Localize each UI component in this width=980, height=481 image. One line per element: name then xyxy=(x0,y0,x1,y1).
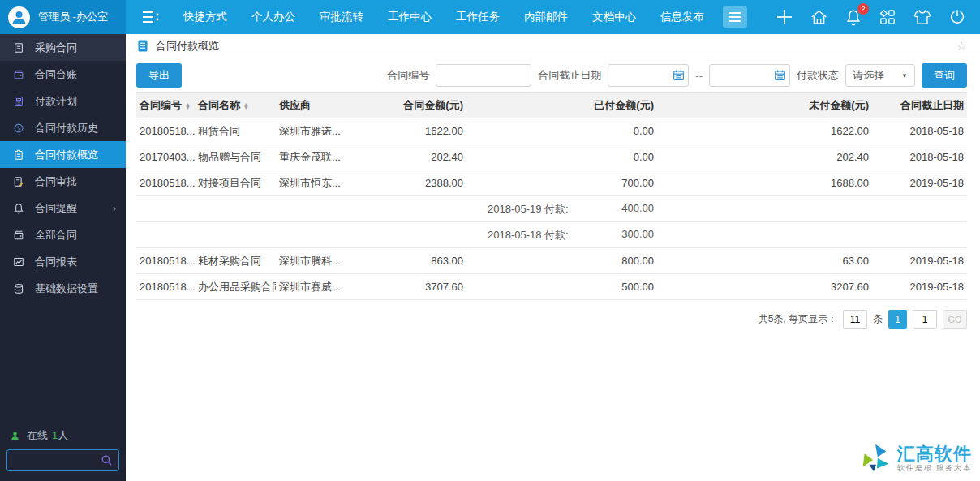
apps-grid-icon[interactable] xyxy=(879,9,896,25)
sidebar-item-payment-history[interactable]: 合同付款历史 xyxy=(0,114,126,141)
payment-detail-row: 2018-05-18 付款:300.00 xyxy=(136,222,967,248)
payment-status-label: 付款状态 xyxy=(797,68,839,83)
sidebar-item-label: 合同提醒 xyxy=(35,201,77,216)
favorite-star-icon[interactable]: ☆ xyxy=(956,39,967,54)
nav-item-personal-office[interactable]: 个人办公 xyxy=(239,0,307,34)
col-header-deadline[interactable]: 合同截止日期 xyxy=(872,93,967,118)
online-status: 在线 1人 xyxy=(6,428,119,449)
calculator-icon xyxy=(12,96,25,107)
goto-page-input[interactable] xyxy=(913,310,937,329)
sidebar: 采购合同 合同台账 付款计划 合同付款历史 合同付款概览 xyxy=(0,34,126,481)
col-header-supplier[interactable]: 供应商 xyxy=(276,93,393,118)
module-menu-button[interactable] xyxy=(723,6,747,28)
online-unit: 人 xyxy=(58,429,68,441)
sidebar-item-all-contracts[interactable]: 全部合同 xyxy=(0,221,126,248)
sidebar-item-base-data-settings[interactable]: 基础数据设置 xyxy=(0,275,126,302)
col-header-unpaid[interactable]: 未付金额(元) xyxy=(657,93,872,118)
notification-badge: 2 xyxy=(858,3,869,15)
col-header-paid[interactable]: 已付金额(元) xyxy=(466,93,657,118)
add-icon[interactable] xyxy=(776,9,793,25)
paid-amount-link[interactable]: 800.00 xyxy=(466,248,657,274)
user-block[interactable]: 管理员 -办公室 xyxy=(0,0,126,34)
vendor-slogan: 软件是根 服务为本 xyxy=(897,463,972,474)
unpaid-amount-link[interactable]: 1688.00 xyxy=(657,170,872,196)
user-avatar-icon xyxy=(8,6,30,28)
sidebar-item-label: 基础数据设置 xyxy=(35,281,98,296)
theme-shirt-icon[interactable] xyxy=(913,9,931,25)
chevron-right-icon: › xyxy=(113,203,116,214)
search-icon[interactable] xyxy=(101,454,113,466)
payment-amount: 300.00 xyxy=(621,228,654,243)
paid-amount-link[interactable]: 500.00 xyxy=(466,274,657,300)
database-icon xyxy=(12,283,25,294)
payment-date-label: 2018-05-18 付款: xyxy=(488,228,569,243)
sort-icon: ▲▼ xyxy=(243,103,249,110)
nav-item-shortcuts[interactable]: 快捷方式 xyxy=(171,0,239,34)
sidebar-item-label: 采购合同 xyxy=(35,41,77,55)
sidebar-search-input[interactable] xyxy=(13,455,101,466)
col-header-contract-name[interactable]: 合同名称▲▼ xyxy=(195,93,276,118)
table-row: 20180518... 耗材采购合同 深圳市腾科... 863.00 800.0… xyxy=(136,248,967,274)
nav-item-work-tasks[interactable]: 工作任务 xyxy=(444,0,512,34)
payment-status-select[interactable]: 请选择 ▼ xyxy=(845,64,915,87)
caret-down-icon: ▼ xyxy=(901,72,908,79)
payment-detail-row: 2018-05-19 付款:400.00 xyxy=(136,196,967,222)
paid-amount-link[interactable]: 700.00 xyxy=(466,170,657,196)
notification-bell-icon[interactable]: 2 xyxy=(845,9,862,26)
nav-item-document-center[interactable]: 文档中心 xyxy=(580,0,648,34)
sidebar-search-box xyxy=(6,449,119,471)
table-row: 20170403... 物品赠与合同 重庆金茂联... 202.40 0.00 … xyxy=(136,144,967,170)
sidebar-item-contract-ledger[interactable]: 合同台账 xyxy=(0,61,126,88)
nav-item-info-publish[interactable]: 信息发布 xyxy=(648,0,716,34)
table-row: 20180518... 办公用品采购合同 深圳市赛威... 3707.60 50… xyxy=(136,274,967,300)
payment-date-label: 2018-05-19 付款: xyxy=(488,202,569,217)
sidebar-item-payment-overview[interactable]: 合同付款概览 xyxy=(0,141,126,168)
sort-icon: ▲▼ xyxy=(185,103,191,110)
date-range-separator: -- xyxy=(695,70,703,82)
pagination: 共5条, 每页显示： 条 1 GO xyxy=(126,300,980,329)
export-button[interactable]: 导出 xyxy=(136,63,182,88)
go-button[interactable]: GO xyxy=(943,310,967,329)
online-label: 在线 xyxy=(27,428,48,443)
logout-power-icon[interactable] xyxy=(949,9,965,25)
sidebar-item-contract-reminder[interactable]: 合同提醒 › xyxy=(0,195,126,221)
vendor-logo: 汇高软件 软件是根 服务为本 xyxy=(857,440,972,478)
contract-no-label: 合同编号 xyxy=(387,68,429,83)
page-size-input[interactable] xyxy=(843,310,867,329)
top-nav: 快捷方式 个人办公 审批流转 工作中心 工作任务 内部邮件 文档中心 信息发布 xyxy=(171,0,716,34)
calendar-icon[interactable] xyxy=(774,69,786,81)
home-icon[interactable] xyxy=(810,9,827,25)
sidebar-item-payment-plan[interactable]: 付款计划 xyxy=(0,88,126,114)
sidebar-item-contract-approval[interactable]: 合同审批 xyxy=(0,168,126,195)
main-content: 合同付款概览 ☆ 导出 合同编号 合同截止日期 -- 付款状态 xyxy=(126,34,980,481)
sidebar-item-contract-reports[interactable]: 合同报表 xyxy=(0,248,126,275)
col-header-contract-no[interactable]: 合同编号▲▼ xyxy=(136,93,195,118)
nav-item-approval-flow[interactable]: 审批流转 xyxy=(307,0,376,34)
current-page-button[interactable]: 1 xyxy=(888,310,907,329)
pagination-summary: 共5条, 每页显示： xyxy=(759,312,837,326)
wallet-icon xyxy=(12,69,25,80)
bell-icon xyxy=(12,203,25,214)
table-row: 20180518... 对接项目合同 深圳市恒东... 2388.00 700.… xyxy=(136,170,967,196)
sidebar-item-label: 合同台账 xyxy=(35,67,77,82)
search-button[interactable]: 查询 xyxy=(922,63,967,88)
unpaid-amount-link[interactable]: 3207.60 xyxy=(657,274,872,300)
clipboard-icon xyxy=(12,149,25,161)
calendar-icon[interactable] xyxy=(673,69,685,81)
deadline-start-wrap xyxy=(608,64,689,87)
sidebar-item-label: 合同付款概览 xyxy=(35,148,98,162)
nav-item-work-center[interactable]: 工作中心 xyxy=(376,0,444,34)
nav-item-internal-mail[interactable]: 内部邮件 xyxy=(512,0,580,34)
page-doc-icon xyxy=(136,39,149,53)
vendor-brand-name: 汇高软件 xyxy=(897,444,972,463)
col-header-amount[interactable]: 合同金额(元) xyxy=(393,93,466,118)
sidebar-item-purchase-contract[interactable]: 采购合同 xyxy=(0,34,126,61)
sidebar-item-label: 合同付款历史 xyxy=(35,121,98,135)
table-header-row: 合同编号▲▼ 合同名称▲▼ 供应商 合同金额(元) 已付金额(元) 未付金额(元… xyxy=(136,93,967,118)
clock-icon xyxy=(12,122,25,134)
contract-no-input[interactable] xyxy=(436,64,531,87)
collapse-menu-icon[interactable] xyxy=(131,0,171,34)
unpaid-amount-link[interactable]: 63.00 xyxy=(657,248,872,274)
sidebar-item-label: 全部合同 xyxy=(35,228,77,243)
online-user-icon xyxy=(10,431,20,441)
